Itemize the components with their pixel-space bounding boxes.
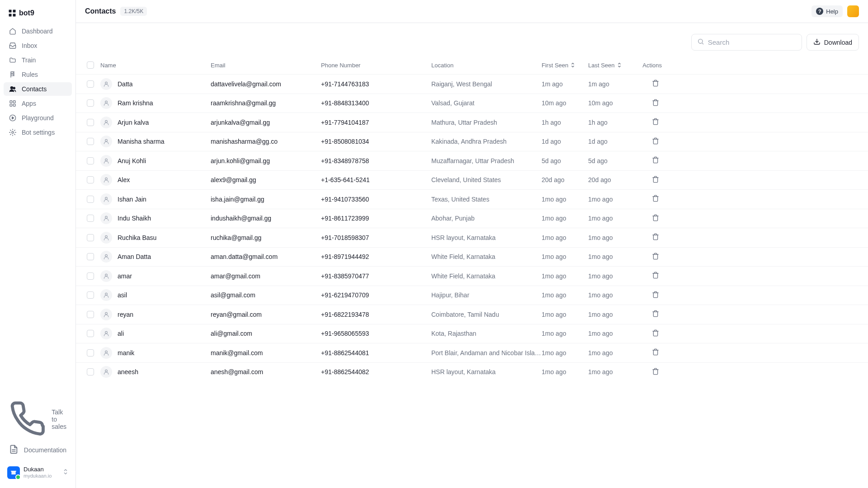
table-row[interactable]: Datta dattavelivela@gmail.com +91-714476… [76,74,868,94]
table-row[interactable]: asil asil@gmail.com +91-6219470709 Hajip… [76,286,868,305]
contact-first-seen: 1mo ago [542,291,588,299]
contact-location: Muzaffarnagar, Uttar Pradesh [431,157,542,164]
sidebar-item-playground[interactable]: Playground [4,111,72,125]
delete-button[interactable] [649,135,662,149]
table-row[interactable]: Ishan Jain isha.jain@gmail.gg +91-941073… [76,189,868,209]
row-checkbox[interactable] [87,311,94,318]
main: Contacts 1.2K/5K ? Help Download [76,0,868,488]
column-email[interactable]: Email [211,62,321,69]
trash-icon [652,178,659,184]
row-checkbox[interactable] [87,215,94,222]
search-input[interactable] [708,38,796,46]
delete-button[interactable] [649,115,662,129]
help-button[interactable]: ? Help [811,5,843,17]
table-row[interactable]: Indu Shaikh indushaikh@gmail.gg +91-8611… [76,209,868,228]
sidebar-item-bot-settings[interactable]: Bot settings [4,126,72,139]
brand-logo[interactable]: bot9 [4,5,72,24]
row-checkbox[interactable] [87,80,94,88]
delete-button[interactable] [649,154,662,168]
delete-button[interactable] [649,288,662,302]
table-row[interactable]: Ram krishna raamkrishna@gmail.gg +91-884… [76,94,868,113]
delete-button[interactable] [649,250,662,264]
contact-phone: +91-8508081034 [321,138,431,145]
contact-phone: +91-6822193478 [321,311,431,318]
table-row[interactable]: amar amar@gmail.com +91-8385970477 White… [76,266,868,286]
svg-point-24 [105,293,108,296]
workspace-switcher[interactable]: Dukaan mydukaan.io [4,462,72,483]
table-row[interactable]: aneesh anesh@gmail.com +91-8862544082 HS… [76,362,868,382]
table-row[interactable]: Alex alex9@gmail.gg +1-635-641-5241 Clev… [76,170,868,190]
delete-button[interactable] [649,269,662,283]
row-checkbox[interactable] [87,330,94,337]
chevron-updown-icon [63,469,68,476]
svg-point-4 [10,87,13,89]
row-checkbox[interactable] [87,368,94,375]
row-checkbox[interactable] [87,291,94,299]
delete-button[interactable] [649,230,662,244]
user-avatar[interactable] [847,5,859,17]
contact-last-seen: 1mo ago [588,253,635,260]
column-name[interactable]: Name [100,62,211,69]
row-checkbox[interactable] [87,196,94,203]
table-row[interactable]: Manisha sharma manishasharma@gg.co +91-8… [76,132,868,151]
row-checkbox[interactable] [87,138,94,145]
sidebar-item-inbox[interactable]: Inbox [4,39,72,52]
sidebar-item-rules[interactable]: Rules [4,68,72,81]
table-row[interactable]: Aman Datta aman.datta@gmail.com +91-8971… [76,247,868,267]
sidebar-item-train[interactable]: Train [4,53,72,67]
footer-item-documentation[interactable]: Documentation [4,441,72,459]
sidebar-item-label: Rules [22,71,38,78]
row-checkbox[interactable] [87,272,94,280]
contact-phone: +91-9410733560 [321,196,431,203]
contact-name: Alex [118,176,130,183]
delete-button[interactable] [649,307,662,321]
svg-point-25 [105,312,108,314]
column-first-seen[interactable]: First Seen [542,62,588,69]
row-checkbox[interactable] [87,119,94,126]
sidebar-item-label: Playground [22,114,54,122]
sidebar-item-apps[interactable]: Apps [4,97,72,110]
row-checkbox[interactable] [87,253,94,260]
contact-last-seen: 1mo ago [588,368,635,375]
workspace-name: Dukaan [24,466,52,473]
select-all-checkbox[interactable] [87,61,94,69]
column-phone[interactable]: Phone Number [321,62,431,69]
table-row[interactable]: Ruchika Basu ruchika@gmail.gg +91-701859… [76,228,868,247]
footer-item-label: Talk to sales [52,408,66,430]
contact-email: isha.jain@gmail.gg [211,196,321,203]
contact-phone: +91-7794104187 [321,119,431,126]
download-button[interactable]: Download [807,34,859,51]
delete-button[interactable] [649,192,662,206]
sidebar-item-label: Apps [22,100,36,107]
delete-button[interactable] [649,77,662,91]
row-checkbox[interactable] [87,176,94,183]
column-last-seen[interactable]: Last Seen [588,62,635,69]
topbar: Contacts 1.2K/5K ? Help [76,0,868,23]
svg-point-27 [105,351,108,353]
contact-last-seen: 1d ago [588,138,635,145]
delete-button[interactable] [649,211,662,225]
row-checkbox[interactable] [87,349,94,357]
column-location[interactable]: Location [431,62,542,69]
delete-button[interactable] [649,173,662,187]
table-row[interactable]: manik manik@gmail.com +91-8862544081 Por… [76,343,868,362]
contact-email: indushaikh@gmail.gg [211,215,321,222]
contact-last-seen: 10m ago [588,99,635,107]
table-row[interactable]: reyan reyan@gmail.com +91-6822193478 Coi… [76,305,868,324]
sidebar-item-dashboard[interactable]: Dashboard [4,24,72,38]
svg-point-16 [105,140,108,142]
delete-button[interactable] [649,96,662,110]
row-checkbox[interactable] [87,234,94,241]
footer-item-talk-to-sales[interactable]: Talk to sales [4,397,72,441]
table-row[interactable]: Anuj Kohli arjun.kohli@gmail.gg +91-8348… [76,151,868,170]
row-checkbox[interactable] [87,157,94,164]
table-row[interactable]: Arjun kalva arjunkalva@gmail.gg +91-7794… [76,113,868,132]
sidebar-item-contacts[interactable]: Contacts [4,82,72,96]
delete-button[interactable] [649,327,662,341]
search-box[interactable] [691,34,802,51]
table-row[interactable]: ali ali@gmail.com +91-9658065593 Kota, R… [76,324,868,343]
row-checkbox[interactable] [87,99,94,107]
delete-button[interactable] [649,346,662,360]
delete-button[interactable] [649,365,662,379]
sidebar-item-label: Inbox [22,42,37,49]
